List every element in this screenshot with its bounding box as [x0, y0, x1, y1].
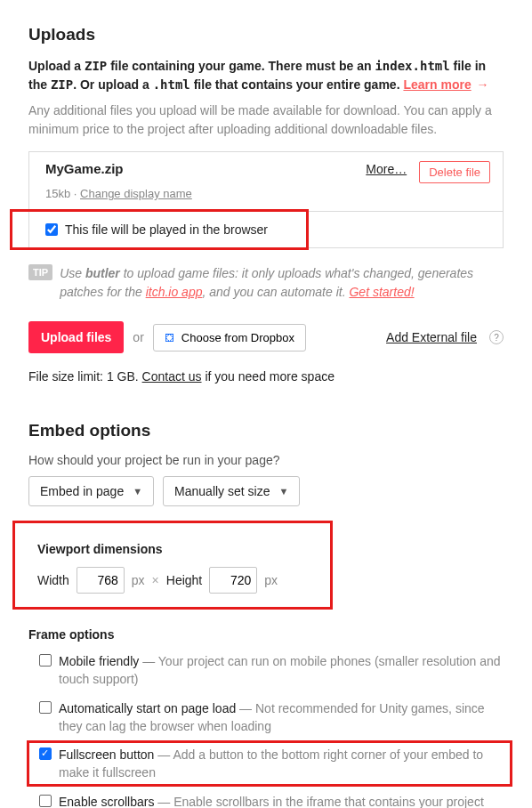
file-meta: 15kb · Change display name — [45, 187, 490, 200]
additional-info: Any additional files you upload will be … — [28, 101, 504, 139]
play-in-browser-checkbox[interactable] — [45, 223, 58, 236]
width-label: Width — [37, 573, 69, 587]
px-unit: px — [264, 573, 278, 587]
learn-more-link[interactable]: Learn more — [403, 77, 471, 92]
embed-how-question: How should your project be run in your p… — [28, 453, 504, 467]
autostart-checkbox[interactable] — [39, 701, 52, 714]
viewport-dimensions-title: Viewport dimensions — [37, 542, 495, 556]
play-in-browser-label[interactable]: This file will be played in the browser — [45, 222, 487, 237]
width-input[interactable] — [77, 567, 125, 594]
fullscreen-option[interactable]: Fullscreen button — Add a button to the … — [28, 746, 504, 782]
chevron-down-icon: ▼ — [278, 486, 288, 497]
scrollbars-option[interactable]: Enable scrollbars — Enable scrollbars in… — [28, 793, 504, 808]
upload-intro: Upload a ZIP file containing your game. … — [28, 57, 504, 94]
highlight-annotation — [12, 521, 333, 610]
height-input[interactable] — [209, 567, 257, 594]
embed-mode-select[interactable]: Embed in page ▼ — [28, 476, 154, 506]
px-unit: px — [132, 573, 145, 587]
tip-badge: TIP — [28, 264, 52, 280]
add-external-file-link[interactable]: Add External file — [386, 330, 477, 344]
embed-options-heading: Embed options — [28, 421, 504, 440]
mobile-friendly-checkbox[interactable] — [39, 654, 52, 667]
or-separator: or — [133, 330, 143, 344]
tip-row: TIP Use butler to upload game files: it … — [28, 264, 504, 302]
contact-us-link[interactable]: Contact us — [142, 369, 202, 384]
delete-file-button[interactable]: Delete file — [419, 161, 490, 183]
file-more-link[interactable]: More… — [366, 161, 407, 176]
autostart-option[interactable]: Automatically start on page load — Not r… — [28, 699, 504, 736]
times-separator: × — [152, 573, 159, 587]
frame-options-title: Frame options — [28, 627, 504, 642]
get-started-link[interactable]: Get started! — [349, 285, 414, 299]
file-name: MyGame.zip — [45, 161, 366, 176]
help-icon[interactable]: ? — [489, 330, 504, 344]
mobile-friendly-option[interactable]: Mobile friendly — Your project can run o… — [28, 652, 504, 689]
arrow-right-icon: → — [473, 77, 489, 92]
change-display-name-link[interactable]: Change display name — [80, 187, 192, 200]
scrollbars-checkbox[interactable] — [39, 795, 52, 807]
upload-files-button[interactable]: Upload files — [28, 321, 124, 353]
dropbox-button[interactable]: ⛋ Choose from Dropbox — [153, 324, 306, 351]
fullscreen-checkbox[interactable] — [39, 747, 52, 760]
height-label: Height — [166, 573, 202, 587]
itchio-app-link[interactable]: itch.io app — [146, 285, 203, 299]
dropbox-icon: ⛋ — [165, 331, 176, 344]
uploads-heading: Uploads — [28, 25, 504, 44]
file-size-limit: File size limit: 1 GB. Contact us if you… — [28, 369, 504, 384]
chevron-down-icon: ▼ — [133, 486, 142, 497]
uploaded-file-card: MyGame.zip More… Delete file 15kb · Chan… — [28, 151, 504, 248]
size-mode-select[interactable]: Manually set size ▼ — [163, 476, 300, 506]
